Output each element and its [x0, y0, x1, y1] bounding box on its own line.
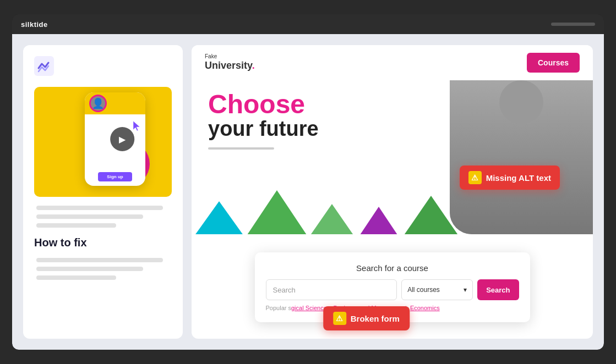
triangle-green2: [307, 204, 357, 234]
content-line: [36, 275, 116, 280]
triangle-teal: [192, 201, 247, 234]
hero-divider: [208, 147, 274, 150]
content-line: [36, 267, 143, 271]
broken-form-badge: ⚠ Broken form: [323, 306, 410, 330]
app-shell: silktide 👤: [12, 14, 604, 350]
triangle-purple: [357, 207, 401, 234]
website-nav: Fake University. Courses: [192, 45, 593, 80]
warning-icon: ⚠: [468, 171, 482, 184]
right-panel: Fake University. Courses Choose your fut…: [192, 45, 593, 339]
search-input[interactable]: Search: [266, 279, 397, 300]
content-line: [36, 223, 116, 228]
avatar: 👤: [89, 95, 107, 112]
broken-form-label: Broken form: [351, 314, 400, 323]
missing-alt-text-label: Missing ALT text: [486, 173, 551, 183]
geometric-shapes: [192, 185, 593, 234]
warning-icon-broken: ⚠: [333, 312, 346, 325]
chevron-down-icon: ▾: [464, 286, 467, 294]
preview-card: 👤 ▶ Sign up: [34, 87, 172, 197]
courses-button[interactable]: Courses: [527, 53, 580, 73]
hero-heading-dark: your future: [208, 118, 319, 141]
person-head: [499, 80, 543, 124]
content-lines-bottom: [34, 258, 172, 280]
content-line: [36, 258, 163, 262]
university-logo: Fake University.: [205, 53, 255, 72]
main-content: 👤 ▶ Sign up How to fix: [12, 34, 604, 350]
phone-mockup: 👤 ▶ Sign up: [85, 92, 145, 186]
logo-dot: .: [252, 60, 255, 71]
window-controls[interactable]: [551, 23, 595, 26]
logo-fake-text: Fake: [205, 53, 255, 60]
content-line: [36, 206, 163, 210]
search-row: Search All courses ▾ Search: [266, 279, 519, 300]
hero-section: Choose your future ⚠ Mis: [192, 80, 593, 234]
hero-heading-pink: Choose: [208, 91, 319, 118]
popular-link[interactable]: Economics: [410, 305, 440, 311]
play-button-icon[interactable]: ▶: [110, 127, 134, 151]
app-brand: silktide: [21, 20, 48, 29]
silktide-logo-icon: [34, 56, 172, 78]
how-to-fix-title: How to fix: [34, 236, 172, 249]
search-button[interactable]: Search: [477, 279, 519, 300]
cursor-icon: [132, 120, 141, 132]
signup-button[interactable]: Sign up: [98, 172, 132, 181]
course-select[interactable]: All courses ▾: [401, 279, 473, 300]
title-bar: silktide: [12, 14, 604, 34]
content-line: [36, 214, 143, 219]
content-lines: [34, 206, 172, 228]
missing-alt-text-badge: ⚠ Missing ALT text: [460, 166, 560, 190]
hero-text: Choose your future: [208, 91, 319, 150]
triangle-green: [244, 190, 310, 234]
triangle-green3: [401, 196, 461, 234]
search-title: Search for a course: [266, 263, 519, 273]
left-panel: 👤 ▶ Sign up How to fix: [23, 45, 183, 339]
logo-university-text: University.: [205, 60, 255, 71]
